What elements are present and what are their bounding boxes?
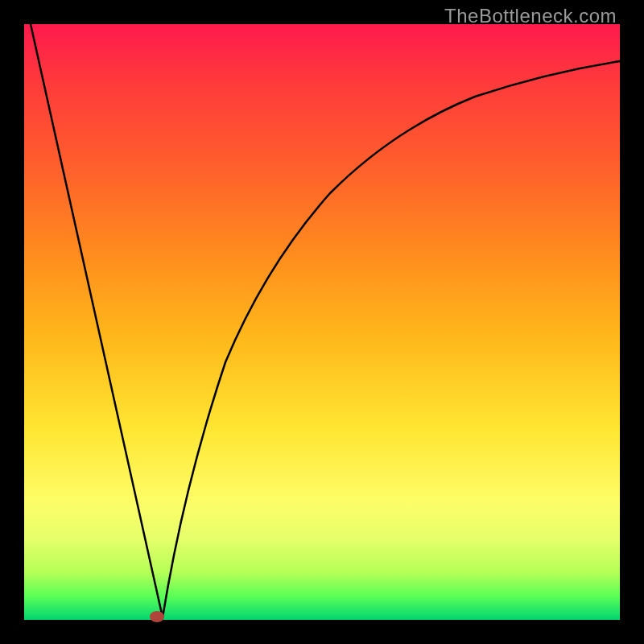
- plot-area: [24, 24, 620, 620]
- bottleneck-curve: [24, 24, 620, 620]
- min-marker: [150, 611, 164, 622]
- watermark-text: TheBottleneck.com: [444, 5, 617, 27]
- chart-frame: TheBottleneck.com: [0, 0, 644, 644]
- curve-right: [163, 61, 620, 617]
- curve-left: [31, 24, 163, 617]
